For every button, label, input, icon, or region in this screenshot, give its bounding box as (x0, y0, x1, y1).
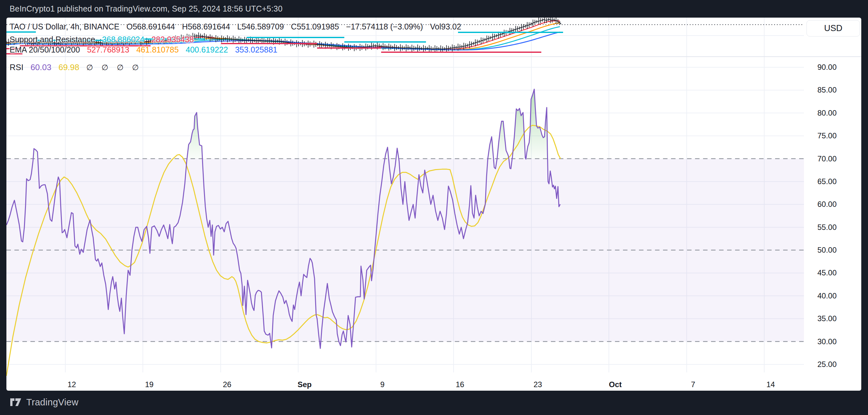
tradingview-logo-icon (10, 396, 23, 408)
price-tick-label: 25.00 (817, 360, 837, 369)
price-tick-label: 50.00 (817, 246, 837, 255)
price-axis[interactable]: 90.0085.0080.0075.0070.0065.0060.0055.00… (811, 18, 861, 391)
time-axis[interactable]: 121926Sep91623Oct714 (6, 376, 804, 388)
price-tick-label: 65.00 (817, 177, 837, 186)
rsi-ma-value: 69.98 (58, 62, 79, 72)
rsi-title: RSI (10, 62, 23, 72)
time-tick-label: 14 (767, 380, 775, 389)
time-tick-label: Sep (298, 380, 312, 389)
ema200-value: 353.025881 (235, 45, 277, 55)
currency-button[interactable]: USD (806, 20, 860, 36)
price-tick-label: 35.00 (817, 314, 837, 323)
support-resistance-legend: Support and Resistance 368.886024 282.93… (10, 35, 201, 44)
price-tick-label: 30.00 (817, 337, 837, 346)
sr-resistance-value: 282.935438 (152, 35, 194, 44)
time-tick-label: 16 (456, 380, 464, 389)
rsi-legend: RSI 60.03 69.98 ∅ ∅ ∅ ∅ (10, 62, 149, 72)
time-tick-label: Oct (609, 380, 622, 389)
ema50-value: 461.810785 (136, 45, 179, 55)
sr-title: Support and Resistance (10, 35, 95, 44)
time-tick-label: 19 (145, 380, 154, 389)
chart-plot-area[interactable] (6, 18, 861, 391)
price-tick-label: 85.00 (817, 86, 837, 94)
symbol-legend: TAO / US Dollar, 4h, BINANCE O568.691644… (10, 22, 468, 31)
time-tick-label: 23 (534, 380, 542, 389)
price-tick-label: 70.00 (817, 154, 837, 163)
price-tick-label: 55.00 (817, 223, 837, 232)
ohlc-open: O568.691644 (126, 22, 175, 31)
rsi-empty-slots: ∅ ∅ ∅ ∅ (87, 63, 142, 72)
symbol-title: TAO / US Dollar, 4h, BINANCE (10, 22, 120, 31)
price-tick-label: 75.00 (817, 131, 837, 140)
footer-brand: TradingView (26, 397, 79, 408)
change-value: −17.574118 (−3.09%) (346, 22, 423, 31)
price-tick-label: 45.00 (817, 268, 837, 277)
volume-value: Vol93.02 (430, 22, 461, 31)
attribution-text: BeInCrypto1 published on TradingView.com… (10, 4, 282, 13)
price-tick-label: 80.00 (817, 108, 837, 118)
ema100-value: 400.619222 (186, 45, 228, 55)
ema20-value: 527.768913 (87, 45, 129, 55)
ohlc-close: C551.091985 (291, 22, 339, 31)
ohlc-low: L546.589709 (237, 22, 284, 31)
ema-title: EMA 20/50/100/200 (10, 45, 80, 55)
time-tick-label: 9 (380, 380, 384, 389)
ema-legend: EMA 20/50/100/200 527.768913 461.810785 … (10, 45, 284, 55)
price-tick-label: 40.00 (817, 291, 837, 300)
rsi-value: 60.03 (30, 62, 51, 72)
price-tick-label: 60.00 (817, 200, 837, 209)
time-tick-label: 7 (691, 380, 695, 389)
time-tick-label: 12 (68, 380, 76, 389)
sr-support-value: 368.886024 (102, 35, 145, 44)
chart-card: USD TAO / US Dollar, 4h, BINANCE O568.69… (6, 18, 861, 391)
price-tick-label: 90.00 (817, 63, 837, 72)
time-tick-label: 26 (223, 380, 231, 389)
ohlc-high: H568.691644 (182, 22, 230, 31)
footer: TradingView (10, 396, 79, 408)
